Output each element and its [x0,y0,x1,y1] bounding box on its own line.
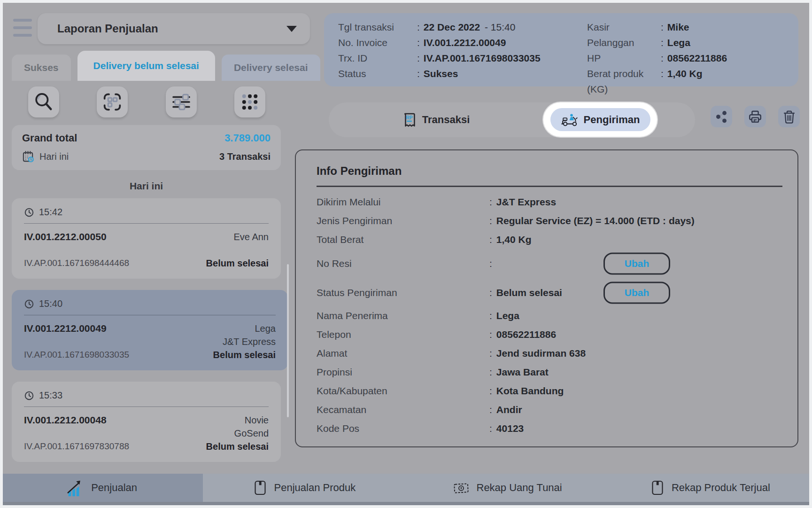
filter-tab-delivery-selesai[interactable]: Delivery selesai [222,55,320,81]
nav-item-label: Rekap Produk Terjual [672,482,770,494]
detail-field-value: Sukses [424,66,458,81]
grand-total-value: 3.789.000 [224,132,271,144]
detail-field-value: IV.001.2212.00049 [424,35,506,50]
grid-dots-button[interactable] [234,86,265,117]
detail-field-label: HP [587,50,661,66]
info-value: Andir [496,404,522,415]
transaction-card[interactable]: 15:40IV.001.2212.00049IV.AP.001.16716980… [12,290,288,370]
divider [317,186,782,187]
list-toolbar [28,86,265,117]
filter-tab-sukses[interactable]: Sukses [12,55,71,81]
tutorial-spotlight: Pengiriman [543,102,657,137]
detail-field-value: 1,40 Kg [667,66,703,97]
print-button[interactable] [744,106,766,127]
share-button[interactable] [711,106,732,127]
detail-field-label: Berat produk (KG) [587,66,661,97]
ubah-button-status-pengiriman[interactable]: Ubah [603,281,670,304]
menu-icon[interactable] [13,19,32,37]
tab-pengiriman[interactable]: Pengiriman [550,108,650,131]
transaction-card[interactable]: 15:33IV.001.2212.00048IV.AP.001.16716978… [12,382,281,462]
info-label: Status Pengiriman [317,287,489,298]
list-section-title: Hari ini [12,180,281,192]
delivery-status: Belum selesai [206,439,269,453]
grand-total-card: Grand total 3.789.000 Hari ini 3 Transak… [12,125,281,170]
delivery-status: Belum selesai [206,256,269,270]
svg-text:RP: RP [406,115,412,120]
tab-transaksi[interactable]: RP Transaksi [329,102,543,137]
info-value: Regular Service (EZ) = 14.000 (ETD : day… [496,215,695,227]
document-icon [254,480,267,496]
scan-button[interactable] [97,86,128,117]
transaction-time: 15:42 [39,207,62,218]
customer-name: Lega [213,321,276,336]
delivery-scooter-icon [561,113,579,127]
detail-field-value: IV.AP.001.1671698033035 [424,50,541,66]
transaction-id: IV.AP.001.1671698444468 [24,256,129,270]
detail-field-value: Lega [667,35,690,50]
info-panel-title: Info Pengiriman [317,164,782,178]
info-row-kota-kabupaten: Kota/Kabupaten:Kota Bandung [317,382,782,400]
transaction-list: 15:42IV.001.2212.00050IV.AP.001.16716984… [12,198,288,462]
ubah-button-no-resi[interactable]: Ubah [603,252,670,274]
nav-item-rekap-uang-tunai[interactable]: Rekap Uang Tunai [406,474,609,502]
info-value: 40123 [496,423,524,434]
detail-field-label: Kasir [587,19,661,35]
filter-tabs: SuksesDelivery belum selesaiDelivery sel… [12,51,320,81]
filter-tab-delivery-belum-selesai[interactable]: Delivery belum selesai [77,51,215,81]
detail-field-label: Tgl transaksi [338,19,417,35]
customer-name: Novie [206,413,269,427]
filter-sliders-button[interactable] [166,86,197,117]
info-label: Nama Penerima [317,310,489,321]
transaction-id: IV.AP.001.1671698033035 [24,348,129,362]
transaction-card[interactable]: 15:42IV.001.2212.00050IV.AP.001.16716984… [12,198,281,279]
document-icon [651,480,664,496]
transaction-time: 15:40 [39,298,62,309]
info-label: Propinsi [317,367,489,378]
transaction-time-row: 15:40 [24,298,276,315]
detail-field-label: Trx. ID [338,50,417,66]
info-label: Kota/Kabupaten [317,385,489,397]
nav-item-label: Penjualan [91,482,137,494]
transaction-id: IV.AP.001.1671697830788 [24,439,129,453]
search-button[interactable] [28,86,59,117]
customer-name: Eve Ann [206,230,269,244]
info-value: Kota Bandung [496,385,564,397]
info-label: Kecamatan [317,404,489,415]
info-value: 1,40 Kg [496,234,532,245]
calendar-clock-icon [22,150,35,163]
detail-field-value: 22 Dec 2022 [424,19,480,35]
app-root: Laporan Penjualan SuksesDelivery belum s… [0,0,812,508]
trash-button[interactable] [778,106,800,127]
info-label: Alamat [317,348,489,359]
grand-total-label: Grand total [22,132,77,144]
nav-item-penjualan-produk[interactable]: Penjualan Produk [203,474,406,502]
info-label: No Resi [317,258,489,269]
detail-field-tgl-transaksi: Tgl transaksi:22 Dec 2022 - 15:40 [338,19,587,35]
invoice-number: IV.001.2212.00049 [24,321,129,336]
info-row-nama-penerima: Nama Penerima:Lega [317,306,782,325]
info-row-no-resi: No Resi:Ubah [317,251,782,276]
info-value: 08562211886 [496,329,556,340]
filter-sliders-icon [171,92,191,112]
info-label: Kode Pos [317,423,489,434]
invoice-number: IV.001.2212.00050 [24,230,129,244]
info-label: Dikirim Melalui [317,196,489,208]
nav-item-penjualan[interactable]: Penjualan [0,474,203,502]
transactions-count: 3 Transaksi [219,151,271,162]
trend-chart-icon [66,479,84,497]
detail-field-berat-produk-kg: Berat produk (KG):1,40 Kg [587,66,784,97]
nav-item-label: Rekap Uang Tunai [477,482,562,494]
info-value: Lega [496,310,519,321]
nav-item-rekap-produk-terjual[interactable]: Rekap Produk Terjual [609,474,812,502]
detail-field-value: Mike [667,19,689,35]
share-icon [714,109,728,124]
list-scrollbar[interactable] [287,264,289,417]
report-type-dropdown[interactable]: Laporan Penjualan [38,13,310,44]
detail-field-hp: HP:08562211886 [587,50,784,66]
info-label: Telepon [317,329,489,340]
detail-field-label: Pelanggan [587,35,661,50]
info-value: J&T Express [496,196,556,208]
scan-icon [102,92,122,112]
detail-field-value: 08562211886 [667,50,727,66]
detail-field-kasir: Kasir:Mike [587,19,784,35]
